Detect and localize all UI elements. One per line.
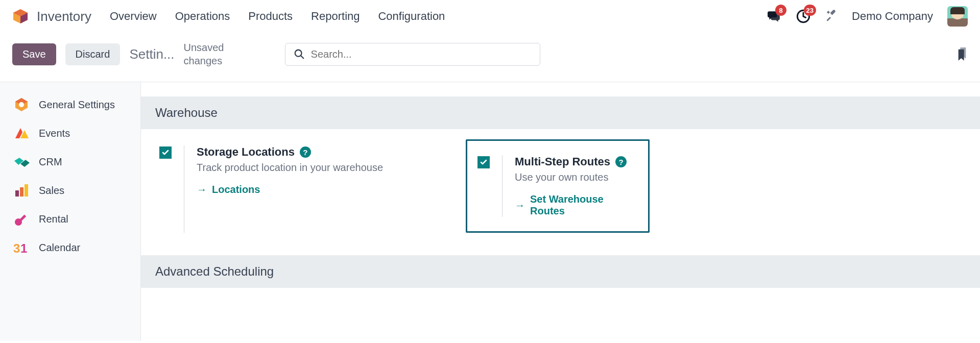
- activities-badge: 23: [804, 5, 816, 16]
- activities-button[interactable]: 23: [796, 9, 811, 24]
- settings-sidebar: General Settings Events CRM Sales Rental…: [0, 82, 141, 341]
- handshake-icon: [13, 154, 30, 170]
- setting-link-label: Set Warehouse Routes: [530, 193, 635, 217]
- sidebar-item-label: Sales: [39, 185, 64, 197]
- sidebar-item-rental[interactable]: Rental: [0, 205, 140, 233]
- app-logo-icon: [12, 8, 29, 24]
- setting-desc: Track product location in your warehouse: [197, 162, 445, 174]
- svg-text:3: 3: [13, 241, 20, 255]
- sidebar-item-calendar[interactable]: 31 Calendar: [0, 233, 140, 262]
- setting-storage-locations: Storage Locations ? Track product locati…: [159, 145, 445, 233]
- setting-desc: Use your own routes: [515, 172, 635, 183]
- messages-badge: 8: [775, 5, 786, 16]
- save-button[interactable]: Save: [12, 43, 56, 65]
- nav-overview[interactable]: Overview: [110, 10, 157, 23]
- discard-button[interactable]: Discard: [65, 43, 121, 65]
- setting-link-label: Locations: [212, 184, 260, 195]
- sidebar-item-label: Rental: [39, 213, 68, 225]
- messages-button[interactable]: 8: [766, 9, 781, 24]
- sidebar-item-label: Events: [39, 128, 70, 139]
- check-icon: [161, 149, 170, 157]
- settings-content: Warehouse Storage Locations ? Track prod…: [141, 82, 980, 341]
- checkbox-storage-locations[interactable]: [159, 146, 172, 159]
- nav-operations[interactable]: Operations: [175, 10, 230, 23]
- link-locations[interactable]: → Locations: [197, 184, 260, 195]
- wrench-screwdriver-icon: [825, 9, 838, 21]
- search-input[interactable]: [311, 48, 532, 60]
- link-set-warehouse-routes[interactable]: → Set Warehouse Routes: [515, 193, 635, 217]
- top-navbar: Inventory Overview Operations Products R…: [0, 0, 980, 33]
- checkbox-multi-step-routes[interactable]: [477, 156, 490, 168]
- sidebar-item-general-settings[interactable]: General Settings: [0, 90, 140, 119]
- arrow-right-icon: →: [197, 184, 207, 195]
- section-header-warehouse: Warehouse: [141, 96, 980, 129]
- hexagon-icon: [13, 96, 30, 113]
- sidebar-item-label: General Settings: [39, 99, 115, 111]
- tools-button[interactable]: [825, 9, 838, 23]
- nav-links: Overview Operations Products Reporting C…: [110, 10, 445, 23]
- search-box[interactable]: [285, 43, 540, 66]
- sidebar-item-label: CRM: [39, 156, 62, 168]
- setting-title-label: Multi-Step Routes: [515, 155, 610, 168]
- bookmark-button[interactable]: [957, 47, 968, 61]
- sidebar-item-sales[interactable]: Sales: [0, 176, 140, 205]
- key-icon: [13, 211, 30, 227]
- sidebar-item-crm[interactable]: CRM: [0, 148, 140, 176]
- svg-line-5: [300, 56, 303, 59]
- svg-rect-13: [18, 215, 26, 223]
- arrow-right-icon: →: [515, 200, 525, 211]
- section-header-advanced-scheduling: Advanced Scheduling: [141, 255, 980, 288]
- user-avatar[interactable]: [947, 6, 968, 27]
- breadcrumb: Settin...: [129, 46, 174, 62]
- main: General Settings Events CRM Sales Rental…: [0, 82, 980, 341]
- svg-rect-11: [25, 184, 28, 197]
- setting-multi-step-routes: Multi-Step Routes ? Use your own routes …: [466, 139, 650, 233]
- nav-reporting[interactable]: Reporting: [311, 10, 360, 23]
- sidebar-item-label: Calendar: [39, 242, 80, 254]
- nav-products[interactable]: Products: [248, 10, 293, 23]
- svg-rect-10: [20, 187, 23, 197]
- company-selector[interactable]: Demo Company: [852, 10, 933, 23]
- sidebar-item-events[interactable]: Events: [0, 119, 140, 148]
- check-icon: [480, 158, 488, 166]
- topnav-right: 8 23 Demo Company: [766, 6, 968, 27]
- svg-text:1: 1: [20, 241, 27, 255]
- help-icon[interactable]: ?: [615, 156, 627, 167]
- svg-rect-9: [15, 190, 19, 197]
- unsaved-status: Unsaved changes: [184, 41, 255, 67]
- search-icon: [294, 48, 305, 60]
- settings-row-warehouse: Storage Locations ? Track product locati…: [141, 129, 980, 255]
- bar-chart-icon: [13, 182, 30, 199]
- setting-title-label: Storage Locations: [197, 145, 295, 159]
- nav-configuration[interactable]: Configuration: [378, 10, 445, 23]
- app-name[interactable]: Inventory: [37, 9, 91, 24]
- events-icon: [13, 125, 30, 141]
- calendar-icon: 31: [13, 239, 30, 256]
- help-icon[interactable]: ?: [300, 146, 311, 158]
- svg-point-8: [19, 102, 24, 107]
- action-bar: Save Discard Settin... Unsaved changes: [0, 33, 980, 82]
